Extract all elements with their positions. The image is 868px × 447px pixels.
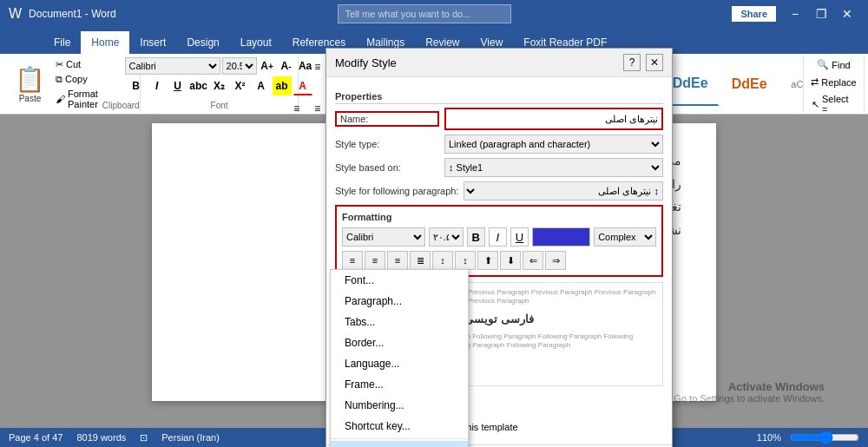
style-following-label: Style for following paragraph:	[335, 186, 458, 196]
strikethrough-button[interactable]: abc	[189, 76, 208, 95]
select-icon: ↖	[812, 99, 819, 110]
style-based-select[interactable]: ↕ Style1	[444, 158, 663, 177]
add-to-gallery-checkbox[interactable]	[335, 391, 346, 403]
find-button[interactable]: 🔍 Find	[814, 57, 852, 72]
name-input[interactable]	[446, 109, 661, 128]
font-group: Calibri 20.5 A+ A- Aa B I U abc X₂ X² A …	[141, 56, 298, 112]
align-row: ≡ ≡ ≡ ≣ ↕ ↕ ⬆ ⬇ ⇐ ⇒	[342, 251, 656, 270]
auto-update-checkbox[interactable]	[335, 406, 346, 417]
format-size-select[interactable]: ۲۰.۵	[429, 227, 464, 247]
style-based-row: Style based on: ↕ Style1	[335, 158, 663, 177]
tab-home[interactable]: Home	[81, 31, 129, 54]
style-following-row: Style for following paragraph: ↕ نیترهای…	[335, 181, 663, 200]
tab-design[interactable]: Design	[176, 31, 229, 54]
format-underline-button[interactable]: U	[510, 227, 529, 247]
word-count: 8019 words	[76, 432, 126, 443]
name-field-wrapper	[444, 108, 663, 130]
dialog-close-button[interactable]: ✕	[646, 54, 663, 71]
bullets-button[interactable]: ≡	[308, 57, 327, 76]
cut-action[interactable]: ✂ Cut	[53, 58, 101, 71]
format-italic-button[interactable]: I	[489, 227, 507, 247]
dialog-help-button[interactable]: ?	[623, 54, 641, 71]
new-docs-radio[interactable]	[335, 421, 346, 432]
style-following-select[interactable]: ↕ نیترهای اصلی	[464, 181, 663, 200]
restore-button[interactable]: ❐	[809, 5, 833, 23]
subscript-button[interactable]: X₂	[210, 76, 229, 95]
italic-button[interactable]: I	[148, 76, 167, 95]
minimize-button[interactable]: −	[783, 5, 807, 23]
search-input[interactable]	[338, 4, 511, 23]
auto-update-label: Automatically update	[351, 407, 439, 417]
new-docs-row: New documents based on this template	[335, 421, 663, 432]
paste-button[interactable]: 📋 Paste	[9, 57, 51, 110]
copy-action[interactable]: ⧉ Copy	[53, 73, 101, 86]
align-right-fmt-button[interactable]: ≡	[387, 251, 408, 270]
zoom-slider[interactable]	[790, 432, 859, 443]
justify-fmt-button[interactable]: ≣	[410, 251, 431, 270]
superscript-button[interactable]: X²	[231, 76, 250, 95]
select-button[interactable]: ↖ Select =	[809, 92, 858, 116]
line-space-fmt-button[interactable]: ↕	[432, 251, 453, 270]
cut-label: Cut	[66, 59, 81, 69]
rtl-button[interactable]: ⇐	[523, 251, 543, 270]
tab-insert[interactable]: Insert	[129, 31, 176, 54]
bold-button[interactable]: B	[127, 76, 146, 95]
tab-layout[interactable]: Layout	[230, 31, 282, 54]
underline-button[interactable]: U	[168, 76, 187, 95]
copy-label: Copy	[65, 74, 88, 84]
format-font-select[interactable]: Calibri	[342, 227, 425, 247]
auto-update-row: Automatically update	[335, 406, 663, 417]
format-painter-icon: 🖌	[56, 94, 65, 104]
highlight-button[interactable]: ab	[273, 76, 292, 95]
style-heading1-c[interactable]: DdEe	[721, 62, 778, 106]
grow-font-button[interactable]: A+	[259, 57, 276, 75]
cut-icon: ✂	[56, 59, 63, 70]
format-painter-action[interactable]: 🖌 Format Painter	[53, 88, 101, 110]
align-center-fmt-button[interactable]: ≡	[365, 251, 385, 270]
text-effects-button[interactable]: A	[252, 76, 271, 95]
tab-file[interactable]: File	[43, 31, 81, 54]
language: Persian (Iran)	[161, 432, 220, 443]
preview-main-text: فارسی تویسی	[341, 312, 657, 327]
formatting-section: Formatting Calibri ۲۰.۵ B I U Complex	[335, 205, 663, 277]
style-heading2[interactable]: aCcbDe	[780, 62, 804, 106]
shrink-font-button[interactable]: A-	[278, 57, 295, 75]
formatting-section-label: Formatting	[342, 212, 656, 224]
title-bar: W Document1 - Word Share − ❐ ✕	[0, 0, 868, 28]
para-after-button[interactable]: ⬇	[500, 251, 521, 270]
format-painter-label: Format Painter	[68, 89, 98, 109]
replace-button[interactable]: ⇄ Replace	[808, 75, 858, 89]
font-name-select[interactable]: Calibri	[125, 57, 220, 75]
font-color-swatch[interactable]	[532, 227, 590, 247]
replace-icon: ⇄	[811, 76, 819, 88]
font-row1: Calibri 20.5 A+ A- Aa	[125, 57, 314, 75]
preview-before-text: Previous Paragraph Previous Paragraph Pr…	[341, 288, 657, 306]
clipboard-group-label: Clipboard	[102, 99, 140, 110]
style-based-label: Style based on:	[335, 162, 439, 173]
select-label: Select =	[822, 94, 856, 115]
page-info: Page 4 of 47	[9, 432, 62, 443]
font-size-select[interactable]: 20.5	[222, 57, 257, 75]
share-button[interactable]: Share	[732, 6, 776, 22]
paste-icon: 📋	[15, 65, 45, 94]
preview-box: Previous Paragraph Previous Paragraph Pr…	[335, 282, 663, 386]
font-group-label: Font	[211, 99, 228, 110]
ltr-button[interactable]: ⇒	[545, 251, 566, 270]
modify-style-dialog[interactable]: Modify Style ? ✕ Properties Name: Style …	[326, 48, 673, 447]
close-button[interactable]: ✕	[835, 5, 859, 23]
format-bold-button[interactable]: B	[467, 227, 485, 247]
dialog-title: Modify Style	[335, 56, 397, 69]
copy-icon: ⧉	[56, 74, 62, 85]
find-icon: 🔍	[817, 59, 829, 70]
para-before-button[interactable]: ⬆	[477, 251, 498, 270]
script-select[interactable]: Complex	[594, 227, 656, 247]
clipboard-group: 📋 Paste ✂ Cut ⧉ Copy 🖌 Format Painter Cl…	[3, 56, 141, 112]
zoom-level: 110%	[757, 432, 781, 443]
line-space2-fmt-button[interactable]: ↕	[455, 251, 476, 270]
name-label: Name:	[335, 111, 439, 127]
align-left-fmt-button[interactable]: ≡	[342, 251, 363, 270]
style-type-select[interactable]: Linked (paragraph and character)	[444, 135, 663, 154]
new-docs-label: New documents based on this template	[351, 422, 518, 432]
style-type-row: Style type: Linked (paragraph and charac…	[335, 135, 663, 154]
add-to-gallery-label: Add to the Styles gallery	[351, 392, 454, 403]
